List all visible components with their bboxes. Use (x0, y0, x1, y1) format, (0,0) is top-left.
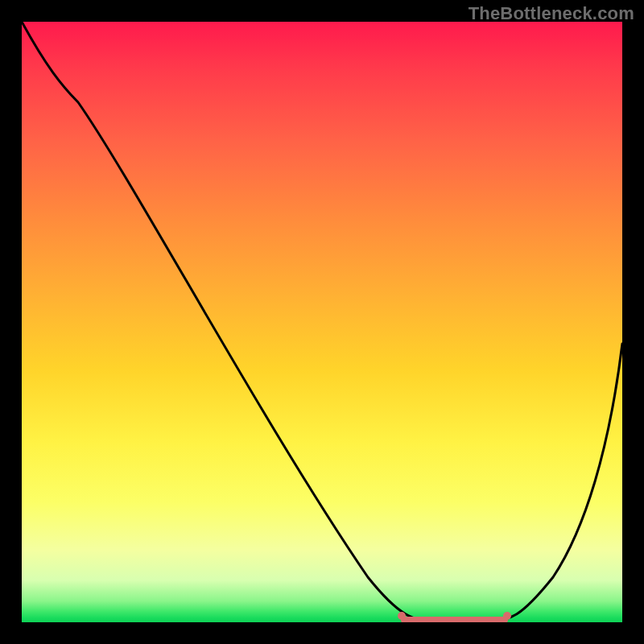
bottleneck-curve (22, 22, 622, 621)
flat-region-end-left (398, 612, 406, 620)
flat-region-end-right (503, 612, 511, 620)
chart-svg (22, 22, 622, 622)
chart-plot-area (22, 22, 622, 622)
